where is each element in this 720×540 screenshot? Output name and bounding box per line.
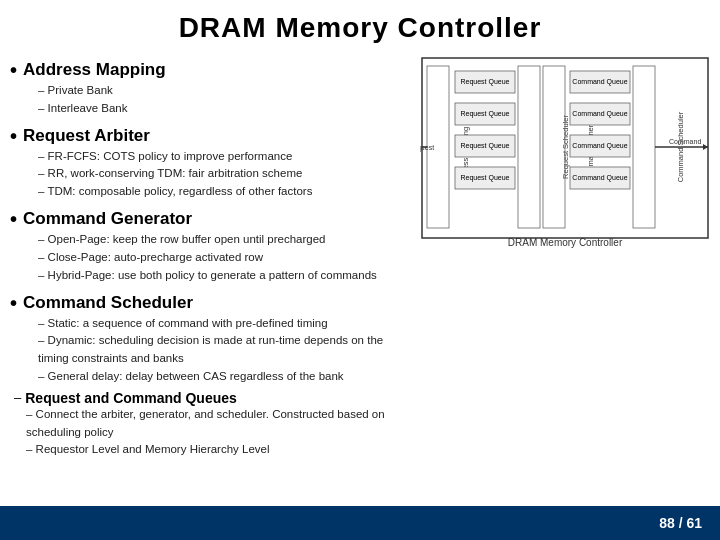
svg-text:Request Scheduler: Request Scheduler — [561, 115, 570, 179]
list-item: Static: a sequence of command with pre-d… — [38, 315, 400, 333]
svg-text:Request: Request — [420, 144, 434, 152]
section-request-arbiter: • Request Arbiter FR-FCFS: COTS policy t… — [10, 126, 400, 201]
content-column: • Address Mapping Private Bank Interleav… — [10, 52, 410, 463]
svg-text:DRAM Memory Controller: DRAM Memory Controller — [508, 237, 623, 248]
request-command-queues-list: Connect the arbiter, generator, and sche… — [26, 406, 400, 459]
address-mapping-list: Private Bank Interleave Bank — [38, 82, 400, 118]
svg-text:Command Queue: Command Queue — [572, 142, 627, 150]
svg-text:Command: Command — [669, 138, 701, 145]
list-item: Close-Page: auto-precharge activated row — [38, 249, 400, 267]
svg-text:Request Queue: Request Queue — [460, 110, 509, 118]
list-item: Hybrid-Page: use both policy to generate… — [38, 267, 400, 285]
svg-text:Command Queue: Command Queue — [572, 174, 627, 182]
svg-text:Command Queue: Command Queue — [572, 78, 627, 86]
footer-bar: 88 / 61 — [0, 506, 720, 540]
svg-text:Command Queue: Command Queue — [572, 110, 627, 118]
dram-diagram-container: DRAM Memory Controller Address Mapping R… — [410, 52, 710, 463]
list-item: FR-FCFS: COTS policy to improve performa… — [38, 148, 400, 166]
list-item: Interleave Bank — [38, 100, 400, 118]
request-command-queues-title: Request and Command Queues — [25, 390, 237, 406]
section-command-generator: • Command Generator Open-Page: keep the … — [10, 209, 400, 284]
command-generator-title: Command Generator — [23, 209, 192, 229]
command-generator-list: Open-Page: keep the row buffer open unti… — [38, 231, 400, 284]
page-number: 88 / 61 — [659, 515, 702, 531]
list-item: Dynamic: scheduling decision is made at … — [38, 332, 400, 368]
svg-text:Request Queue: Request Queue — [460, 142, 509, 150]
section-command-scheduler: • Command Scheduler Static: a sequence o… — [10, 293, 400, 386]
svg-text:Request Queue: Request Queue — [460, 174, 509, 182]
list-item: RR, work-conserving TDM: fair arbitratio… — [38, 165, 400, 183]
list-item: Connect the arbiter, generator, and sche… — [26, 406, 400, 442]
section-address-mapping: • Address Mapping Private Bank Interleav… — [10, 60, 400, 118]
address-mapping-title: Address Mapping — [23, 60, 166, 80]
list-item: General delay: delay between CAS regardl… — [38, 368, 400, 386]
list-item: Open-Page: keep the row buffer open unti… — [38, 231, 400, 249]
svg-text:Request Queue: Request Queue — [460, 78, 509, 86]
request-arbiter-list: FR-FCFS: COTS policy to improve performa… — [38, 148, 400, 201]
list-item: TDM: composable policy, regardless of ot… — [38, 183, 400, 201]
dram-diagram: DRAM Memory Controller Address Mapping R… — [420, 56, 710, 256]
list-item: Requestor Level and Memory Hierarchy Lev… — [26, 441, 400, 459]
command-scheduler-list: Static: a sequence of command with pre-d… — [38, 315, 400, 386]
page-title: DRAM Memory Controller — [0, 0, 720, 52]
request-arbiter-title: Request Arbiter — [23, 126, 150, 146]
section-request-command-queues: – Request and Command Queues Connect the… — [10, 390, 400, 459]
command-scheduler-title: Command Scheduler — [23, 293, 193, 313]
list-item: Private Bank — [38, 82, 400, 100]
